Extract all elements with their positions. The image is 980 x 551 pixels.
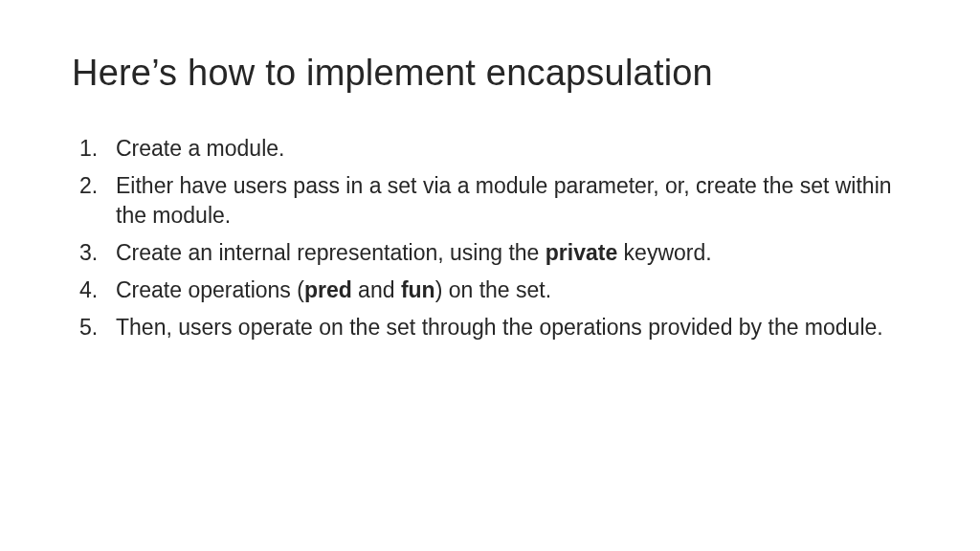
bold-text: pred: [304, 277, 352, 302]
steps-list: Create a module. Either have users pass …: [72, 134, 908, 342]
list-item: Create a module.: [79, 134, 908, 164]
text-run: Create operations (: [116, 277, 304, 302]
text-run: ) on the set.: [435, 277, 551, 302]
slide-title: Here’s how to implement encapsulation: [72, 53, 908, 94]
text-run: Create an internal representation, using…: [116, 240, 546, 265]
bold-text: private: [546, 240, 617, 265]
text-run: and: [352, 277, 401, 302]
list-item: Create an internal representation, using…: [79, 238, 908, 268]
list-item: Create operations (pred and fun) on the …: [79, 276, 908, 305]
bold-text: fun: [401, 277, 435, 302]
text-run: keyword.: [617, 240, 711, 265]
list-item: Then, users operate on the set through t…: [79, 313, 908, 342]
list-item: Either have users pass in a set via a mo…: [79, 171, 908, 231]
